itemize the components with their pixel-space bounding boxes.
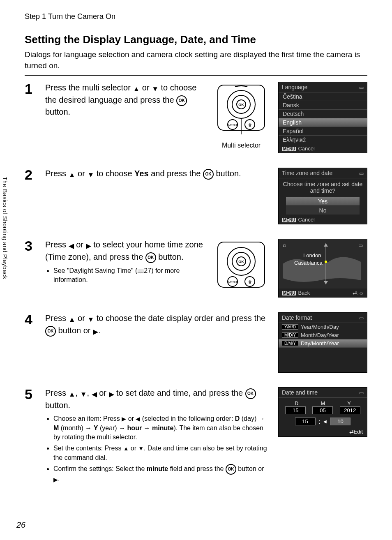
m-col: M xyxy=(321,400,325,406)
lcd-language-menu: Language Čeština Dansk Deutsch English E… xyxy=(278,82,367,153)
colon: : xyxy=(319,418,321,425)
text: button or xyxy=(236,465,264,472)
step-5-bullet-3: Confirm the settings: Select the minute … xyxy=(53,464,270,484)
format-badge: M/D/Y xyxy=(282,332,298,338)
page-number: 26 xyxy=(16,520,25,530)
lang-option: Dansk xyxy=(279,101,367,110)
step-1-text: Press the multi selector or to choose th… xyxy=(45,82,204,117)
right-arrow-icon xyxy=(109,388,114,399)
month-value: 05 xyxy=(312,406,333,414)
date-format-option-selected: D/M/Y Day/Month/Year xyxy=(279,339,367,348)
text: or xyxy=(76,314,88,323)
text: Choose an item: Press xyxy=(53,415,122,422)
multi-selector-label: Multi selector xyxy=(212,142,270,149)
edit-label: Edit xyxy=(354,429,363,435)
text: or xyxy=(140,83,152,92)
battery-icon xyxy=(359,389,364,396)
side-tab: The Basics of Shooting and Playback xyxy=(0,173,10,283)
lcd-timezone-map: ⌂ London Casablanca MENUBack ⇄:☼ xyxy=(278,239,367,298)
ok-button-icon: OK xyxy=(245,388,256,399)
ok-button-icon: OK xyxy=(226,464,236,475)
header-step: Step 1 Turn the Camera On xyxy=(25,12,367,21)
lcd-title: Date format xyxy=(282,314,312,321)
menu-tag: MENU xyxy=(282,147,296,151)
lcd-title: Date and time xyxy=(282,389,318,396)
text: button. xyxy=(156,252,184,261)
lang-option: Ελληνικά xyxy=(279,136,367,144)
divider xyxy=(25,75,367,76)
section-title: Setting the Display Language, Date, and … xyxy=(25,33,367,46)
text: button. xyxy=(45,401,70,410)
down-arrow-icon xyxy=(87,168,94,180)
step-3-text: Press or to select your home time zone (… xyxy=(45,239,204,291)
lcd-title: Language xyxy=(282,84,307,90)
step-2-number: 2 xyxy=(25,168,37,182)
ok-button-icon: OK xyxy=(176,95,187,106)
battery-icon xyxy=(358,242,363,248)
text: Press xyxy=(45,169,69,178)
lcd-footer-label: Cancel xyxy=(298,217,314,223)
text: or xyxy=(126,415,136,422)
text: Press xyxy=(45,240,69,249)
text: See "Daylight Saving Time" ( xyxy=(53,267,137,274)
up-arrow-icon xyxy=(69,168,76,180)
svg-text:OK: OK xyxy=(238,260,244,264)
format-badge: Y/M/D xyxy=(282,324,298,330)
menu-tag: MENU xyxy=(282,291,296,295)
text: . xyxy=(58,475,60,482)
text: button. xyxy=(214,169,241,178)
city-label: Casablanca xyxy=(294,260,323,266)
date-format-option: M/D/Y Month/Day/Year xyxy=(279,331,367,339)
step-2-text: Press or to choose Yes and press the OK … xyxy=(45,168,270,180)
step-3: 3 Press or to select your home time zone… xyxy=(25,239,367,298)
menu-tag: MENU xyxy=(282,218,296,222)
text: Press xyxy=(45,388,69,397)
text: or xyxy=(97,388,109,397)
city-label: London xyxy=(303,252,321,258)
text: and press the xyxy=(149,169,203,178)
text: or xyxy=(74,240,86,249)
battery-icon xyxy=(359,170,364,176)
multi-selector-illustration: OK MENU 🗑 xyxy=(212,239,270,298)
up-arrow-icon xyxy=(69,313,76,325)
svg-rect-10 xyxy=(218,242,265,287)
svg-point-23 xyxy=(325,261,327,263)
y-col: Y xyxy=(347,400,351,406)
format-label: Year/Month/Day xyxy=(301,324,339,330)
svg-text:🗑: 🗑 xyxy=(248,280,252,284)
lang-option: Español xyxy=(279,127,367,136)
step-5: 5 Press , , or to set date and time, and… xyxy=(25,387,367,491)
yes-word: Yes xyxy=(134,169,148,178)
text: to choose xyxy=(94,169,134,178)
text: , xyxy=(87,388,91,397)
page-ref: 27 xyxy=(144,267,151,274)
text: (day) xyxy=(240,415,258,422)
text: Press xyxy=(45,314,69,323)
minute-label: minute xyxy=(152,425,173,432)
step-4: 4 Press or to choose the date display or… xyxy=(25,312,367,373)
lcd-title: Time zone and date xyxy=(282,170,332,176)
edit-icon: ⇄ xyxy=(349,429,354,435)
lcd-footer-label: Cancel xyxy=(298,145,314,152)
step-3-bullet: See "Daylight Saving Time" (27) for more… xyxy=(53,266,204,285)
right-arrow-icon xyxy=(93,325,98,337)
section-intro: Dialogs for language selection and camer… xyxy=(25,49,367,71)
right-arrow-icon xyxy=(122,414,126,423)
dst-icon: ⇄:☼ xyxy=(353,290,364,296)
arrow-icon xyxy=(119,425,127,432)
step-1: 1 Press the multi selector or to choose … xyxy=(25,82,367,153)
text: button. xyxy=(45,107,70,116)
step-4-text: Press or to choose the date display orde… xyxy=(45,312,270,337)
text: (year) xyxy=(98,425,119,432)
text: Confirm the settings: Select the xyxy=(53,465,147,472)
text: to set date and time, and press the xyxy=(114,388,245,397)
date-format-option: Y/M/D Year/Month/Day xyxy=(279,323,367,331)
right-arrow-icon xyxy=(86,240,91,251)
text: Press the multi selector xyxy=(45,83,133,92)
left-caret-icon: ◀ xyxy=(323,419,327,424)
step-4-number: 4 xyxy=(25,312,37,326)
lcd-date-and-time: Date and time D M Y 15 05 2012 15 : ◀ xyxy=(278,387,367,437)
text: Set the contents: Press xyxy=(53,445,123,452)
home-icon: ⌂ xyxy=(283,242,286,248)
ok-button-icon: OK xyxy=(145,252,156,263)
